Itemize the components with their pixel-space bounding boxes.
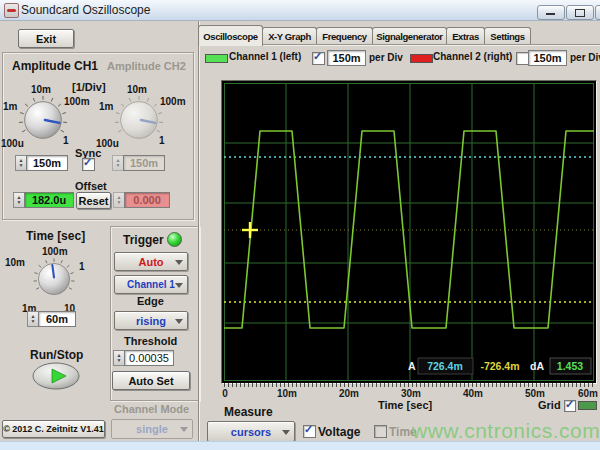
x-tick-1: 10m <box>272 388 302 399</box>
ch1-perdiv-label: per Div <box>369 52 403 63</box>
window-title: Soundcard Oszilloscope <box>21 3 150 17</box>
time-field[interactable]: 60m <box>38 311 76 327</box>
offset-reset-button[interactable]: Reset <box>76 192 111 209</box>
amplitude-unit-label: [1/Div] <box>72 81 106 93</box>
time-knob[interactable] <box>31 256 77 302</box>
trigger-led-icon <box>167 232 182 247</box>
maximize-icon <box>575 9 585 17</box>
ch1-perdiv-field[interactable]: 150m <box>327 50 366 66</box>
tab-signalgenerator[interactable]: Signalgenerator <box>372 27 447 45</box>
channel-mode-label: Channel Mode <box>114 403 189 415</box>
chevron-down-icon <box>180 427 188 432</box>
ch2-amplitude-field: 150m <box>123 155 165 171</box>
tab-settings[interactable]: Settings <box>484 27 531 45</box>
watermark: www.cntronics.com <box>412 419 600 443</box>
maximize-button[interactable] <box>566 5 594 20</box>
threshold-label: Threshold <box>124 335 177 347</box>
ch2-perdiv-label: per Div <box>570 52 600 63</box>
minimize-button[interactable] <box>537 5 565 20</box>
measure-mode-dropdown[interactable]: cursors <box>207 421 295 442</box>
x-axis-label: Time [sec] <box>378 399 432 411</box>
cursor1-readout: 726.4m <box>427 360 463 372</box>
cursor2-readout: -726.4m <box>480 360 519 372</box>
ch2-offset-field: 0.000 <box>124 192 170 208</box>
amplitude-ch2-title: Amplitude CH2 <box>107 60 186 72</box>
panel-divider <box>198 21 199 441</box>
voltage-checkbox[interactable] <box>303 425 316 438</box>
tab-extras[interactable]: Extras <box>446 27 485 45</box>
trigger-source-value: Channel 1 <box>127 279 175 290</box>
chevron-down-icon <box>175 319 183 324</box>
chevron-down-icon <box>175 283 183 288</box>
channel-mode-value: single <box>136 423 168 435</box>
amplitude-ch2-knob <box>112 93 166 147</box>
x-tick-6: 60m <box>573 388 600 399</box>
runstop-button[interactable] <box>32 362 80 390</box>
runstop-label: Run/Stop <box>30 348 83 362</box>
x-axis-ticks <box>224 383 594 387</box>
delta-a-label: dA <box>530 360 544 372</box>
amplitude-ch1-knob[interactable] <box>16 93 70 147</box>
time-scale-left: 10m <box>5 257 25 268</box>
legend-ch2-label: Channel 2 (right) <box>433 51 512 62</box>
trigger-edge-dropdown[interactable]: rising <box>114 311 188 330</box>
x-tick-0: 0 <box>210 388 240 399</box>
trigger-source-dropdown[interactable]: Channel 1 <box>114 275 188 294</box>
edge-label: Edge <box>137 295 164 307</box>
trigger-title: Trigger <box>123 233 164 247</box>
trigger-mode-dropdown[interactable]: Auto <box>114 252 188 271</box>
ch1-offset-field[interactable]: 182.0u <box>24 192 74 208</box>
ch2-perdiv-field[interactable]: 150m <box>528 50 567 66</box>
tab-frequency[interactable]: Frequency <box>316 27 373 45</box>
exit-button[interactable]: Exit <box>18 29 74 48</box>
time-scale-right: 1 <box>79 261 85 272</box>
tab-xy-graph[interactable]: X-Y Graph <box>262 27 317 45</box>
time-checkbox[interactable] <box>374 425 387 438</box>
ch1-enable-checkbox[interactable] <box>312 52 325 65</box>
trigger-mode-value: Auto <box>138 256 163 268</box>
minimize-icon <box>546 13 555 15</box>
title-bar[interactable]: Soundcard Oszilloscope <box>0 0 600 21</box>
ch1-amplitude-field[interactable]: 150m <box>26 155 68 171</box>
legend-ch1-label: Channel 1 (left) <box>229 51 301 62</box>
ch1-color-swatch <box>205 54 228 63</box>
tab-oscilloscope[interactable]: Oscilloscope <box>198 25 263 46</box>
app-window: Soundcard Oszilloscope Exit Amplitude CH… <box>0 0 600 450</box>
x-tick-4: 40m <box>458 388 488 399</box>
measure-mode-value: cursors <box>231 426 271 438</box>
grid-color-swatch <box>578 401 597 410</box>
measure-title: Measure <box>224 405 273 419</box>
x-tick-2: 20m <box>334 388 364 399</box>
close-button[interactable] <box>595 5 600 20</box>
time-title: Time [sec] <box>26 229 85 243</box>
threshold-field[interactable]: 0.00035 <box>124 350 174 366</box>
offset-label: Offset <box>75 180 107 192</box>
scope-display[interactable]: A 726.4m -726.4m dA 1.453 <box>224 83 594 381</box>
x-tick-3: 30m <box>396 388 426 399</box>
ch2-color-swatch <box>410 54 433 63</box>
autoset-button[interactable]: Auto Set <box>112 371 190 390</box>
grid-label: Grid <box>538 399 561 411</box>
grid-checkbox[interactable] <box>564 400 576 412</box>
trigger-edge-value: rising <box>136 315 166 327</box>
voltage-label: Voltage <box>318 425 360 439</box>
channel-mode-dropdown: single <box>111 419 193 439</box>
x-tick-5: 50m <box>520 388 550 399</box>
amplitude-ch1-title: Amplitude CH1 <box>12 59 98 73</box>
version-button[interactable]: © 2012 C. Zeitnitz V1.41 <box>2 420 105 438</box>
chevron-down-icon <box>175 260 183 265</box>
app-icon <box>4 3 19 18</box>
measure-a-label: A <box>408 360 416 372</box>
sync-checkbox[interactable] <box>82 158 95 171</box>
chevron-down-icon <box>282 430 290 435</box>
delta-a-readout: 1.453 <box>557 360 583 372</box>
